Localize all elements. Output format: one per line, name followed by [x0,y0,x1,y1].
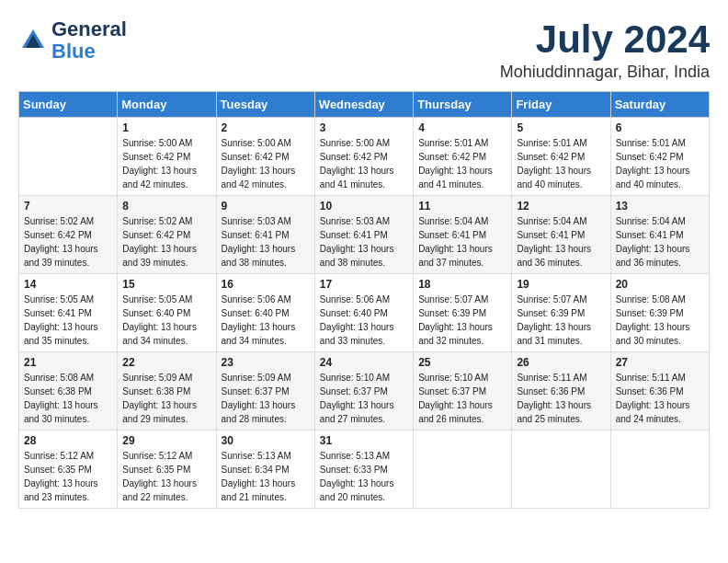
calendar-cell: 25Sunrise: 5:10 AMSunset: 6:37 PMDayligh… [414,352,512,431]
day-header-saturday: Saturday [610,92,709,118]
day-number: 25 [418,356,506,369]
calendar-cell: 15Sunrise: 5:05 AMSunset: 6:40 PMDayligh… [118,274,216,352]
day-info: Sunrise: 5:05 AMSunset: 6:40 PMDaylight:… [122,293,210,348]
calendar-cell: 3Sunrise: 5:00 AMSunset: 6:42 PMDaylight… [314,118,413,196]
calendar-cell: 29Sunrise: 5:12 AMSunset: 6:35 PMDayligh… [118,431,216,509]
day-header-monday: Monday [118,92,216,118]
day-number: 26 [517,356,605,369]
day-number: 14 [24,278,112,291]
day-info: Sunrise: 5:05 AMSunset: 6:41 PMDaylight:… [24,293,112,348]
day-info: Sunrise: 5:00 AMSunset: 6:42 PMDaylight:… [222,136,310,191]
day-header-tuesday: Tuesday [216,92,314,118]
calendar-cell: 9Sunrise: 5:03 AMSunset: 6:41 PMDaylight… [216,196,314,274]
day-number: 1 [122,121,210,134]
day-info: Sunrise: 5:01 AMSunset: 6:42 PMDaylight:… [418,136,506,191]
calendar-cell: 24Sunrise: 5:10 AMSunset: 6:37 PMDayligh… [314,352,413,431]
day-info: Sunrise: 5:09 AMSunset: 6:37 PMDaylight:… [222,371,310,426]
day-info: Sunrise: 5:00 AMSunset: 6:42 PMDaylight:… [122,136,210,191]
day-number: 3 [320,121,408,134]
day-number: 19 [517,278,605,291]
calendar-cell: 17Sunrise: 5:06 AMSunset: 6:40 PMDayligh… [314,274,413,352]
calendar-cell: 4Sunrise: 5:01 AMSunset: 6:42 PMDaylight… [414,118,512,196]
day-number: 17 [320,278,408,291]
calendar-cell: 19Sunrise: 5:07 AMSunset: 6:39 PMDayligh… [512,274,610,352]
day-info: Sunrise: 5:01 AMSunset: 6:42 PMDaylight:… [616,136,704,191]
calendar-cell: 6Sunrise: 5:01 AMSunset: 6:42 PMDaylight… [610,118,709,196]
day-info: Sunrise: 5:11 AMSunset: 6:36 PMDaylight:… [616,371,704,426]
day-info: Sunrise: 5:07 AMSunset: 6:39 PMDaylight:… [517,293,605,348]
page-header: General Blue July 2024 Mohiuddinnagar, B… [18,18,710,82]
day-info: Sunrise: 5:13 AMSunset: 6:33 PMDaylight:… [320,449,408,504]
day-header-wednesday: Wednesday [314,92,413,118]
calendar-cell [610,431,709,509]
day-number: 24 [320,356,408,369]
day-number: 10 [320,200,408,213]
calendar-cell: 22Sunrise: 5:09 AMSunset: 6:38 PMDayligh… [118,352,216,431]
day-number: 9 [222,200,310,213]
day-number: 16 [222,278,310,291]
calendar-week-5: 28Sunrise: 5:12 AMSunset: 6:35 PMDayligh… [19,431,710,509]
day-number: 28 [24,434,112,447]
day-info: Sunrise: 5:06 AMSunset: 6:40 PMDaylight:… [222,293,310,348]
calendar-subtitle: Mohiuddinnagar, Bihar, India [500,63,710,82]
days-of-week-row: SundayMondayTuesdayWednesdayThursdayFrid… [19,92,710,118]
calendar-cell: 10Sunrise: 5:03 AMSunset: 6:41 PMDayligh… [314,196,413,274]
day-info: Sunrise: 5:03 AMSunset: 6:41 PMDaylight:… [320,214,408,270]
calendar-cell: 13Sunrise: 5:04 AMSunset: 6:41 PMDayligh… [610,196,709,274]
day-info: Sunrise: 5:04 AMSunset: 6:41 PMDaylight:… [616,214,704,270]
calendar-cell: 30Sunrise: 5:13 AMSunset: 6:34 PMDayligh… [216,431,314,509]
day-info: Sunrise: 5:10 AMSunset: 6:37 PMDaylight:… [320,371,408,426]
day-number: 18 [418,278,506,291]
calendar-cell [19,118,118,196]
title-block: July 2024 Mohiuddinnagar, Bihar, India [500,18,710,82]
day-info: Sunrise: 5:08 AMSunset: 6:38 PMDaylight:… [24,371,112,426]
calendar-cell: 28Sunrise: 5:12 AMSunset: 6:35 PMDayligh… [19,431,118,509]
day-info: Sunrise: 5:02 AMSunset: 6:42 PMDaylight:… [24,214,112,270]
calendar-week-2: 7Sunrise: 5:02 AMSunset: 6:42 PMDaylight… [19,196,710,274]
day-number: 27 [616,356,704,369]
day-number: 29 [122,434,210,447]
calendar-cell [512,431,610,509]
day-info: Sunrise: 5:02 AMSunset: 6:42 PMDaylight:… [122,214,210,270]
calendar-cell: 23Sunrise: 5:09 AMSunset: 6:37 PMDayligh… [216,352,314,431]
day-info: Sunrise: 5:06 AMSunset: 6:40 PMDaylight:… [320,293,408,348]
day-info: Sunrise: 5:12 AMSunset: 6:35 PMDaylight:… [122,449,210,504]
day-number: 2 [222,121,310,134]
calendar-cell: 18Sunrise: 5:07 AMSunset: 6:39 PMDayligh… [414,274,512,352]
logo-text: General Blue [51,18,127,63]
calendar-cell: 27Sunrise: 5:11 AMSunset: 6:36 PMDayligh… [610,352,709,431]
day-number: 13 [616,200,704,213]
calendar-cell: 8Sunrise: 5:02 AMSunset: 6:42 PMDaylight… [118,196,216,274]
day-number: 4 [418,121,506,134]
calendar-cell: 12Sunrise: 5:04 AMSunset: 6:41 PMDayligh… [512,196,610,274]
day-info: Sunrise: 5:07 AMSunset: 6:39 PMDaylight:… [418,293,506,348]
day-info: Sunrise: 5:04 AMSunset: 6:41 PMDaylight:… [517,214,605,270]
day-number: 23 [222,356,310,369]
day-number: 31 [320,434,408,447]
day-number: 11 [418,200,506,213]
calendar-cell: 31Sunrise: 5:13 AMSunset: 6:33 PMDayligh… [314,431,413,509]
calendar-cell: 5Sunrise: 5:01 AMSunset: 6:42 PMDaylight… [512,118,610,196]
logo-line2: Blue [51,40,96,63]
day-number: 20 [616,278,704,291]
calendar-week-3: 14Sunrise: 5:05 AMSunset: 6:41 PMDayligh… [19,274,710,352]
calendar-cell: 21Sunrise: 5:08 AMSunset: 6:38 PMDayligh… [19,352,118,431]
day-info: Sunrise: 5:03 AMSunset: 6:41 PMDaylight:… [222,214,310,270]
day-number: 12 [517,200,605,213]
logo-line1: General [51,17,127,40]
day-info: Sunrise: 5:10 AMSunset: 6:37 PMDaylight:… [418,371,506,426]
day-number: 5 [517,121,605,134]
calendar-cell: 1Sunrise: 5:00 AMSunset: 6:42 PMDaylight… [118,118,216,196]
calendar-week-1: 1Sunrise: 5:00 AMSunset: 6:42 PMDaylight… [19,118,710,196]
day-header-sunday: Sunday [19,92,118,118]
calendar-cell: 11Sunrise: 5:04 AMSunset: 6:41 PMDayligh… [414,196,512,274]
day-info: Sunrise: 5:11 AMSunset: 6:36 PMDaylight:… [517,371,605,426]
day-number: 8 [122,200,210,213]
calendar-body: 1Sunrise: 5:00 AMSunset: 6:42 PMDaylight… [19,118,710,509]
day-info: Sunrise: 5:01 AMSunset: 6:42 PMDaylight:… [517,136,605,191]
calendar-table: SundayMondayTuesdayWednesdayThursdayFrid… [18,91,710,509]
day-info: Sunrise: 5:04 AMSunset: 6:41 PMDaylight:… [418,214,506,270]
calendar-cell: 26Sunrise: 5:11 AMSunset: 6:36 PMDayligh… [512,352,610,431]
day-number: 30 [222,434,310,447]
day-info: Sunrise: 5:13 AMSunset: 6:34 PMDaylight:… [222,449,310,504]
